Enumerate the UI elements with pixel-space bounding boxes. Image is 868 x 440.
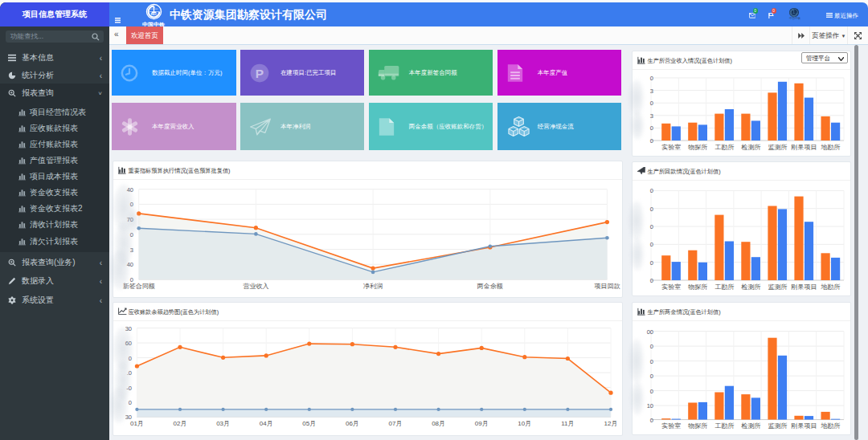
- svg-text:04月: 04月: [260, 420, 273, 427]
- svg-text:0: 0: [650, 124, 653, 132]
- svg-text:11月: 11月: [561, 420, 574, 427]
- svg-text:检测所: 检测所: [740, 283, 760, 291]
- svg-text:P: P: [256, 66, 264, 79]
- svg-text:01月: 01月: [130, 420, 144, 427]
- svg-text:工勘所: 工勘所: [714, 422, 734, 430]
- svg-text:00: 00: [647, 328, 653, 336]
- svg-text:两金余额: 两金余额: [477, 283, 503, 290]
- svg-text:工勘所: 工勘所: [714, 283, 734, 291]
- svg-text:检测所: 检测所: [740, 422, 760, 430]
- svg-text:监测所: 监测所: [768, 283, 788, 291]
- svg-text:工勘所: 工勘所: [714, 144, 734, 151]
- svg-text:07月: 07月: [389, 420, 403, 427]
- svg-text:物探所: 物探所: [687, 422, 707, 430]
- svg-text:0: 0: [650, 187, 653, 194]
- svg-text:03月: 03月: [216, 420, 230, 427]
- svg-text:REC: REC: [150, 13, 157, 16]
- svg-text:3: 3: [650, 112, 653, 120]
- svg-text:0: 0: [650, 343, 653, 350]
- svg-text:地勘所: 地勘所: [821, 283, 841, 291]
- svg-text:0: 0: [650, 417, 653, 424]
- svg-text:监测所: 监测所: [768, 422, 788, 430]
- svg-text:营业收入: 营业收入: [243, 283, 268, 290]
- svg-text:0: 0: [650, 206, 653, 213]
- svg-text:实验室: 实验室: [661, 422, 681, 430]
- svg-text:0: 0: [650, 358, 653, 365]
- svg-text:0: 0: [650, 75, 653, 82]
- svg-text:0: 0: [650, 259, 653, 267]
- svg-text:08月: 08月: [432, 420, 445, 427]
- svg-text:刚果项目: 刚果项目: [792, 144, 817, 151]
- svg-text:3: 3: [650, 88, 653, 95]
- svg-text:02月: 02月: [174, 420, 187, 427]
- svg-text:0: 0: [650, 277, 653, 284]
- svg-text:检测所: 检测所: [740, 144, 760, 151]
- svg-text:0: 0: [650, 373, 653, 380]
- svg-text:0: 0: [650, 223, 653, 230]
- svg-text:物探所: 物探所: [687, 144, 707, 151]
- svg-text:净利润: 净利润: [363, 283, 383, 290]
- svg-text:项目回款: 项目回款: [594, 283, 620, 290]
- svg-text:0: 0: [650, 100, 653, 107]
- svg-text:10: 10: [647, 402, 653, 409]
- svg-text:12月: 12月: [604, 420, 618, 427]
- svg-text:0: 0: [650, 137, 653, 145]
- svg-text:实验室: 实验室: [661, 144, 681, 151]
- svg-text:物探所: 物探所: [687, 283, 707, 291]
- svg-text:09月: 09月: [475, 420, 489, 427]
- svg-text:0: 0: [650, 388, 653, 395]
- svg-text:实验室: 实验室: [661, 283, 681, 291]
- svg-text:监测所: 监测所: [768, 144, 788, 151]
- svg-text:05月: 05月: [302, 420, 316, 427]
- svg-text:新签合同额: 新签合同额: [123, 283, 155, 290]
- svg-text:刚果项目: 刚果项目: [792, 283, 817, 291]
- svg-text:06月: 06月: [346, 420, 359, 427]
- svg-text:0: 0: [129, 399, 132, 406]
- svg-text:地勘所: 地勘所: [821, 144, 841, 151]
- svg-text:10月: 10月: [518, 420, 531, 427]
- svg-text:刚果项目: 刚果项目: [792, 422, 817, 430]
- svg-text:地勘所: 地勘所: [821, 422, 841, 430]
- svg-text:0: 0: [650, 241, 653, 248]
